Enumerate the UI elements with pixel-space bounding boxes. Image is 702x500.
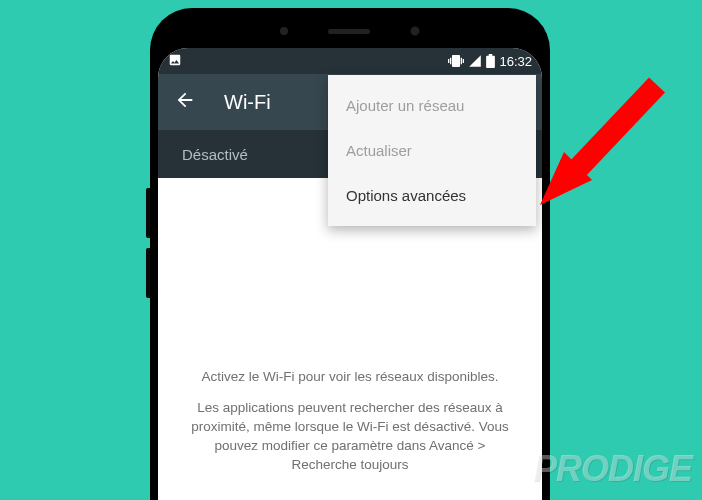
watermark: PRODIGE bbox=[533, 448, 692, 490]
back-button[interactable] bbox=[174, 89, 196, 115]
svg-line-0 bbox=[567, 85, 657, 180]
battery-icon bbox=[486, 54, 495, 68]
signal-icon bbox=[468, 54, 482, 68]
status-right: 16:32 bbox=[448, 53, 532, 69]
vibrate-icon bbox=[448, 53, 464, 69]
volume-up-button[interactable] bbox=[146, 188, 150, 238]
wifi-toggle-label: Désactivé bbox=[182, 146, 248, 163]
page-title: Wi-Fi bbox=[224, 91, 271, 114]
volume-down-button[interactable] bbox=[146, 248, 150, 298]
phone-inner: 16:32 Wi-Fi Désactivé Activez le Wi-Fi p… bbox=[158, 16, 542, 500]
empty-state-line1: Activez le Wi-Fi pour voir les réseaux d… bbox=[188, 368, 512, 387]
overflow-menu: Ajouter un réseau Actualiser Options ava… bbox=[328, 75, 536, 226]
screen: 16:32 Wi-Fi Désactivé Activez le Wi-Fi p… bbox=[158, 48, 542, 500]
status-time: 16:32 bbox=[499, 54, 532, 69]
status-bar: 16:32 bbox=[158, 48, 542, 74]
menu-item-add-network[interactable]: Ajouter un réseau bbox=[328, 83, 536, 128]
menu-item-advanced-options[interactable]: Options avancées bbox=[328, 173, 536, 218]
arrow-back-icon bbox=[174, 89, 196, 111]
menu-item-refresh[interactable]: Actualiser bbox=[328, 128, 536, 173]
status-left bbox=[168, 53, 182, 70]
phone-sensors bbox=[280, 26, 420, 36]
phone-frame: 16:32 Wi-Fi Désactivé Activez le Wi-Fi p… bbox=[150, 8, 550, 500]
screenshot-icon bbox=[168, 53, 182, 67]
empty-state-line2: Les applications peuvent rechercher des … bbox=[188, 399, 512, 475]
